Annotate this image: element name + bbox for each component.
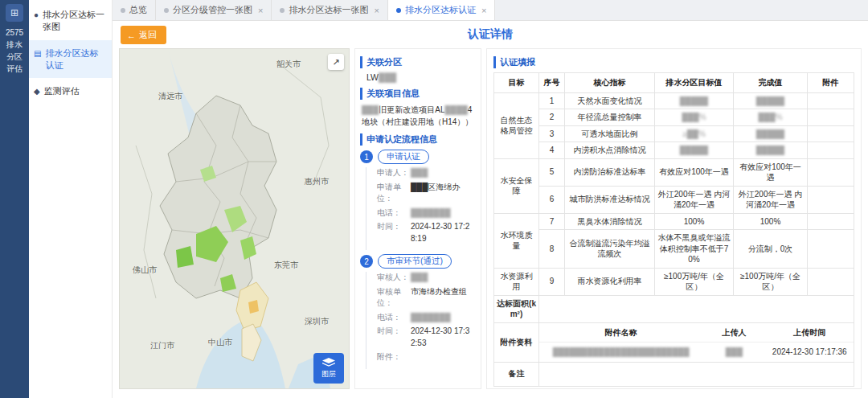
- col-header: 目标: [494, 73, 539, 93]
- phone-value: ███████: [411, 312, 476, 324]
- area-label: 达标面积(km²): [494, 295, 539, 322]
- app-title: 2575排水分区评估: [0, 27, 29, 75]
- tab-compliance-map[interactable]: 排水分区达标一张图 ×: [272, 0, 387, 20]
- step-name-pill: 市审环节(通过): [378, 254, 452, 269]
- table-row: 6 城市防洪标准达标情况 外江200年一遇 内河涌20年一遇 外江200年一遇 …: [494, 186, 854, 213]
- certification-panel: 认证填报 目标 序号 核心指标 排水分区目标值 完成值 附件: [486, 48, 862, 389]
- col-header: 附件: [808, 73, 854, 93]
- process-step-1: 1 申请认证 申请人：███ 申请单位：███区海绵办 电话：███████ 时…: [360, 150, 476, 250]
- review-unit-value: 市海绵办检查组: [411, 286, 476, 310]
- step-name-pill: 申请认证: [378, 150, 429, 164]
- dot-icon: ●: [34, 10, 39, 21]
- col-header: 核心指标: [565, 73, 655, 93]
- remark-label: 备注: [494, 362, 539, 386]
- tab-dot-icon: [280, 8, 285, 13]
- certification-footer-table: 达标面积(km²) 附件资料: [493, 295, 854, 387]
- group-cell: 水环境质量: [494, 213, 539, 268]
- page-title: 认证详情: [468, 27, 513, 42]
- panels: 韶关市 清远市 惠州市 佛山市 东莞市 深圳市 江门市 中山市 ↗ 图层: [119, 48, 862, 389]
- sidebar-item-monitor[interactable]: ◆ 监测评估: [29, 78, 112, 105]
- col-header: 排水分区目标值: [655, 73, 734, 93]
- expand-icon[interactable]: ↗: [328, 54, 344, 70]
- attachment-cell: [808, 230, 854, 269]
- back-arrow-icon: ←: [127, 31, 136, 40]
- back-button[interactable]: ← 返回: [121, 26, 166, 44]
- map-city-label: 东莞市: [274, 260, 298, 271]
- attachment-cell: [808, 125, 854, 142]
- sidebar-item-certification[interactable]: ▤ 排水分区达标认证: [29, 40, 112, 79]
- group-cell: 自然生态格局管控: [494, 92, 539, 158]
- attachment-cell: [808, 92, 854, 109]
- related-project-value: ███旧更新改造项目AL████4地块（村庄建设用地（H14））: [362, 104, 474, 128]
- col-header: 上传人: [702, 323, 765, 343]
- sidebar-item-overview-map[interactable]: ● 排水分区达标一张图: [29, 2, 112, 40]
- area-value: [539, 295, 854, 322]
- group-cell: 水安全保障: [494, 158, 539, 213]
- process-title: 申请认定流程信息: [360, 133, 476, 146]
- tab-overview[interactable]: 总览: [113, 0, 156, 20]
- tab-close-icon[interactable]: ×: [374, 6, 379, 15]
- attachment-value: [411, 351, 476, 363]
- tab-certification[interactable]: 排水分区达标认证 ×: [388, 0, 495, 20]
- document-icon: ▤: [34, 48, 41, 59]
- step-number-badge: 1: [360, 150, 373, 163]
- col-header: 上传时间: [766, 323, 854, 343]
- reviewer-value: ███: [411, 272, 476, 284]
- map-city-label: 佛山市: [133, 265, 157, 276]
- sidebar: ● 排水分区达标一张图 ▤ 排水分区达标认证 ◆ 监测评估: [29, 0, 113, 398]
- tab-close-icon[interactable]: ×: [258, 6, 263, 15]
- table-row: 水资源利用 9 雨水资源化利用率 ≥100万吨/年（全区） ≥100万吨/年（全…: [494, 268, 854, 295]
- related-zone-title: 关联分区: [360, 56, 476, 68]
- table-row: 2 年径流总量控制率 ███% ███%: [494, 109, 854, 126]
- col-header: 附件名称: [539, 323, 702, 343]
- tab-dot-icon: [121, 8, 125, 13]
- content: ← 返回 认证详情: [113, 21, 868, 398]
- map-panel[interactable]: 韶关市 清远市 惠州市 佛山市 东莞市 深圳市 江门市 中山市 ↗ 图层: [119, 48, 350, 389]
- apply-unit-value: ███区海绵办: [411, 182, 476, 205]
- applicant-value: ███: [411, 167, 476, 179]
- group-cell: 水资源利用: [494, 268, 539, 295]
- app-logo-icon[interactable]: ⊞: [6, 4, 23, 22]
- app-root: ⊞ 2575排水分区评估 ● 排水分区达标一张图 ▤ 排水分区达标认证 ◆ 监测…: [0, 0, 868, 398]
- process-step-2: 2 市审环节(通过) 审核人：███ 审核单位：市海绵办检查组 电话：█████…: [360, 254, 476, 369]
- attachment-cell: [808, 158, 854, 186]
- tab-dot-icon: [164, 8, 169, 13]
- attachment-cell: [808, 142, 854, 159]
- sidebar-item-label: 监测评估: [44, 85, 80, 97]
- attachment-file-link[interactable]: ████████████████████████: [539, 343, 702, 362]
- layers-button[interactable]: 图层: [313, 353, 344, 384]
- table-row: 8 合流制溢流污染年均溢流频次 水体不黑臭或年溢流体积控制率不低于70% 分流制…: [494, 230, 854, 269]
- table-row: 水安全保障 5 内涝防治标准达标率 有效应对100年一遇 有效应对100年一遇: [494, 158, 854, 186]
- layers-icon: [322, 358, 335, 367]
- step-fields: 申请人：███ 申请单位：███区海绵办 电话：███████ 时间：2024-…: [366, 167, 476, 250]
- table-row: 水环境质量 7 黑臭水体消除情况 100% 100%: [494, 213, 854, 230]
- tab-dot-icon: [396, 8, 401, 13]
- table-row: 达标面积(km²): [494, 295, 854, 322]
- table-row: 备注: [494, 362, 854, 386]
- attachment-cell: [808, 186, 854, 213]
- phone-value: ███████: [411, 207, 476, 220]
- main-area: 总览 分区分级管控一张图 × 排水分区达标一张图 × 排水分区达标认证 ×: [113, 0, 868, 398]
- step-number-badge: 2: [360, 255, 373, 268]
- certification-table: 目标 序号 核心指标 排水分区目标值 完成值 附件 自然生态格局管控: [493, 72, 854, 296]
- apply-time-value: 2024-12-30 17:28:19: [411, 221, 476, 244]
- attachments-label: 附件资料: [494, 322, 539, 362]
- monitor-icon: ◆: [34, 86, 40, 97]
- table-row: 4 内涝积水点消除情况 █████ █████: [494, 142, 854, 159]
- content-header: ← 返回 认证详情: [119, 21, 862, 48]
- map-canvas: [120, 49, 350, 388]
- tab-zoning-control-map[interactable]: 分区分级管控一张图 ×: [156, 0, 272, 20]
- col-header: 完成值: [734, 73, 808, 93]
- table-row: 自然生态格局管控 1 天然水面变化情况 █████ █████: [494, 92, 854, 109]
- map-city-label: 江门市: [150, 340, 174, 351]
- map-city-label: 惠州市: [305, 176, 329, 187]
- table-row: 附件资料 附件名称 上传人 上传时间: [494, 322, 854, 362]
- sidebar-item-label: 排水分区达标认证: [45, 47, 107, 72]
- map-city-label: 清远市: [158, 91, 182, 102]
- attachments-table: 附件名称 上传人 上传时间 ████████████████████████: [539, 323, 854, 362]
- tab-close-icon[interactable]: ×: [481, 6, 486, 15]
- info-panel: 关联分区 LW███ 关联项目信息 ███旧更新改造项目AL████4地块（村庄…: [354, 48, 481, 389]
- related-project-title: 关联项目信息: [360, 88, 476, 100]
- sidebar-item-label: 排水分区达标一张图: [43, 9, 107, 33]
- attachment-cell: [808, 268, 854, 295]
